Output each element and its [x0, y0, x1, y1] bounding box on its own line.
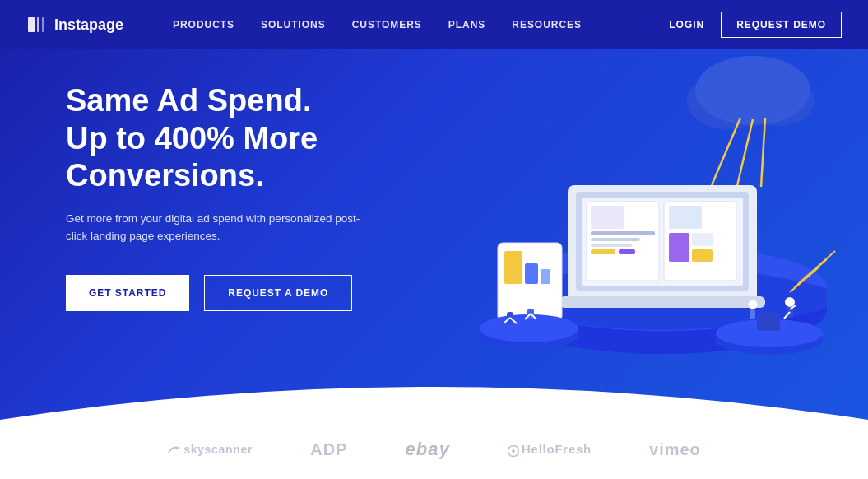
- svg-point-36: [505, 302, 515, 312]
- svg-rect-19: [591, 206, 624, 229]
- svg-rect-28: [692, 233, 713, 246]
- svg-point-57: [512, 449, 515, 453]
- logo-vimeo: vimeo: [649, 440, 701, 459]
- svg-rect-21: [591, 238, 640, 241]
- svg-line-9: [736, 119, 753, 189]
- svg-line-10: [761, 118, 765, 187]
- hero-subtitle: Get more from your digital ad spend with…: [66, 210, 378, 245]
- nav-links: PRODUCTS SOLUTIONS CUSTOMERS PLANS RESOU…: [173, 19, 669, 30]
- svg-rect-29: [692, 249, 713, 262]
- logo-icon: [26, 14, 48, 35]
- login-button[interactable]: LOGIN: [669, 19, 704, 30]
- navbar: Instapage PRODUCTS SOLUTIONS CUSTOMERS P…: [0, 0, 868, 49]
- get-started-button[interactable]: GET STARTED: [66, 275, 189, 311]
- logo-skyscanner: skyscanner: [167, 443, 253, 456]
- svg-rect-46: [757, 313, 780, 331]
- svg-point-47: [785, 297, 795, 307]
- svg-point-51: [749, 300, 758, 309]
- svg-point-40: [527, 300, 536, 309]
- svg-rect-24: [619, 249, 635, 254]
- hellofresh-icon: [508, 445, 519, 457]
- svg-rect-31: [504, 251, 522, 284]
- hero-buttons: GET STARTED REQUEST A DEMO: [66, 275, 444, 311]
- logo-link[interactable]: Instapage: [26, 14, 123, 35]
- logo-ebay: ebay: [405, 439, 450, 460]
- svg-rect-1: [37, 17, 39, 32]
- svg-point-7: [695, 56, 810, 125]
- svg-rect-23: [591, 249, 615, 254]
- svg-rect-26: [669, 206, 702, 229]
- hero-title: Same Ad Spend. Up to 400% More Conversio…: [66, 82, 444, 195]
- hero-illustration: [415, 45, 843, 399]
- hero-section: Instapage PRODUCTS SOLUTIONS CUSTOMERS P…: [0, 0, 868, 420]
- nav-products[interactable]: PRODUCTS: [173, 19, 234, 30]
- logo-adp: ADP: [310, 440, 347, 459]
- logo-text: Instapage: [54, 16, 123, 34]
- svg-rect-2: [42, 17, 44, 32]
- svg-rect-22: [591, 244, 632, 247]
- svg-rect-33: [541, 269, 550, 284]
- nav-plans[interactable]: PLANS: [448, 19, 485, 30]
- nav-resources[interactable]: RESOURCES: [512, 19, 582, 30]
- request-demo-button[interactable]: REQUEST A DEMO: [204, 275, 352, 311]
- svg-rect-27: [669, 233, 689, 262]
- nav-customers[interactable]: CUSTOMERS: [352, 19, 422, 30]
- skyscanner-icon: [167, 444, 180, 456]
- request-demo-nav-button[interactable]: REQUEST DEMO: [721, 12, 842, 38]
- svg-rect-52: [750, 309, 755, 319]
- nav-solutions[interactable]: SOLUTIONS: [261, 19, 326, 30]
- svg-rect-20: [591, 231, 655, 235]
- svg-rect-0: [28, 17, 35, 32]
- hero-content: Same Ad Spend. Up to 400% More Conversio…: [66, 82, 444, 311]
- nav-actions: LOGIN REQUEST DEMO: [669, 12, 842, 38]
- logos-section: skyscanner ADP ebay HelloFresh vimeo: [0, 420, 868, 479]
- svg-rect-15: [559, 296, 765, 308]
- svg-rect-32: [525, 263, 538, 284]
- logo-hellofresh: HelloFresh: [508, 442, 592, 456]
